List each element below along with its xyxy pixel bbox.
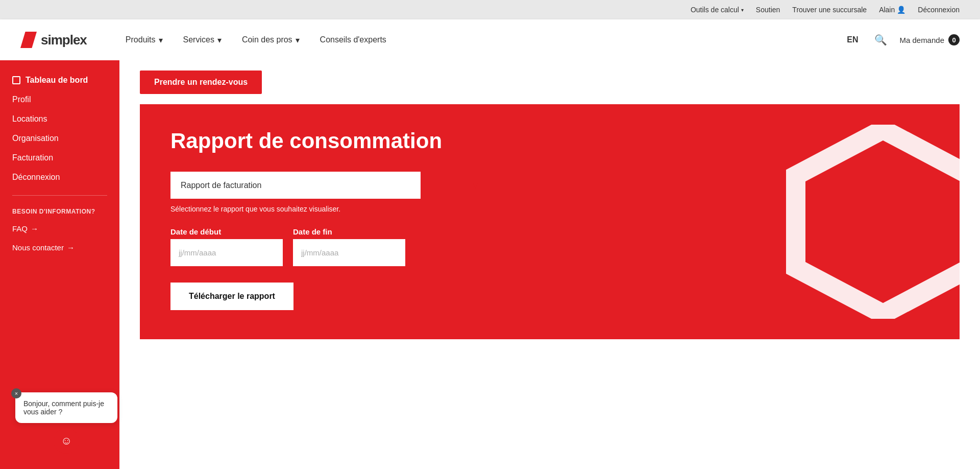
outils-calcul-menu[interactable]: Outils de calcul ▾ (691, 6, 744, 14)
top-bar: Outils de calcul ▾ Soutien Trouver une s… (0, 0, 980, 19)
rapport-form: Rapport de consommation Rapport de factu… (170, 129, 487, 310)
rendez-vous-button[interactable]: Prendre un rendez-vous (140, 71, 262, 94)
chat-smile-icon: ☺ (61, 434, 72, 448)
date-row: Date de début Date de fin (170, 227, 487, 266)
rapport-title: Rapport de consommation (170, 129, 487, 153)
select-chevron-icon: ▾ (473, 180, 478, 191)
sidebar-divider (12, 195, 107, 196)
arrow-right-icon: → (31, 224, 38, 233)
sidebar-contact-link[interactable]: Nous contacter → (0, 238, 119, 257)
header: simplex Produits ▾ Services ▾ Coin des p… (0, 19, 980, 60)
chevron-down-icon: ▾ (741, 7, 744, 13)
main-content: Prendre un rendez-vous Rapport de consom… (119, 60, 980, 469)
sidebar-item-organisation[interactable]: Organisation (0, 129, 119, 148)
sidebar-item-deconnexion[interactable]: Déconnexion (0, 168, 119, 187)
chevron-down-icon: ▾ (159, 35, 163, 45)
sidebar-item-profil[interactable]: Profil (0, 90, 119, 109)
nav-produits[interactable]: Produits ▾ (117, 31, 171, 49)
language-toggle[interactable]: EN (843, 33, 862, 46)
chevron-down-icon: ▾ (217, 35, 222, 45)
date-fin-input[interactable] (293, 239, 405, 266)
sidebar-section-info: BESOIN D'INFORMATION? (0, 204, 119, 219)
sidebar-item-facturation[interactable]: Facturation (0, 148, 119, 168)
select-hint: Sélectionnez le rapport que vous souhait… (170, 205, 487, 213)
nav-conseils[interactable]: Conseils d'experts (312, 31, 395, 49)
arrow-right-icon: → (67, 243, 75, 252)
header-right: EN 🔍 Ma demande 0 (843, 32, 960, 48)
chat-bubble: Bonjour, comment puis-je vous aider ? (15, 392, 117, 423)
main-layout: Tableau de bord Profil Locations Organis… (0, 60, 980, 469)
chevron-down-icon: ▾ (296, 35, 300, 45)
search-icon: 🔍 (874, 34, 887, 45)
chat-widget: × Bonjour, comment puis-je vous aider ? … (15, 392, 117, 454)
download-rapport-button[interactable]: Télécharger le rapport (170, 283, 293, 310)
rapport-type-select[interactable]: Rapport de facturation (170, 172, 421, 199)
soutien-link[interactable]: Soutien (756, 6, 780, 14)
date-fin-label: Date de fin (293, 227, 405, 236)
chat-close-button[interactable]: × (11, 388, 21, 398)
logo-text: simplex (41, 32, 87, 48)
logo[interactable]: simplex (20, 32, 87, 48)
select-wrapper: Rapport de facturation ▾ (170, 172, 487, 199)
hexagon-decoration (786, 125, 960, 319)
date-debut-label: Date de début (170, 227, 283, 236)
main-nav: Produits ▾ Services ▾ Coin des pros ▾ Co… (117, 31, 843, 49)
svg-marker-0 (796, 130, 960, 314)
date-debut-field: Date de début (170, 227, 283, 266)
sidebar-item-locations[interactable]: Locations (0, 109, 119, 129)
logo-icon (20, 32, 37, 48)
user-icon: 👤 (897, 6, 905, 14)
dashboard-icon (12, 76, 20, 84)
sidebar-faq-link[interactable]: FAQ → (0, 219, 119, 238)
sidebar-item-tableau-de-bord[interactable]: Tableau de bord (0, 71, 119, 90)
deconnexion-top-link[interactable]: Déconnexion (918, 6, 960, 14)
nav-coin-des-pros[interactable]: Coin des pros ▾ (234, 31, 308, 49)
rapport-section: Rapport de consommation Rapport de factu… (140, 104, 960, 339)
ma-demande-button[interactable]: Ma demande 0 (899, 34, 960, 45)
top-content-area: Prendre un rendez-vous (119, 60, 980, 104)
date-debut-input[interactable] (170, 239, 283, 266)
chat-avatar[interactable]: ☺ (54, 428, 79, 454)
nav-services[interactable]: Services ▾ (175, 31, 230, 49)
user-profile[interactable]: Alain 👤 (879, 6, 905, 14)
date-fin-field: Date de fin (293, 227, 405, 266)
search-button[interactable]: 🔍 (872, 32, 889, 48)
trouver-succursale-link[interactable]: Trouver une succursale (792, 6, 867, 14)
ma-demande-badge: 0 (948, 34, 960, 45)
